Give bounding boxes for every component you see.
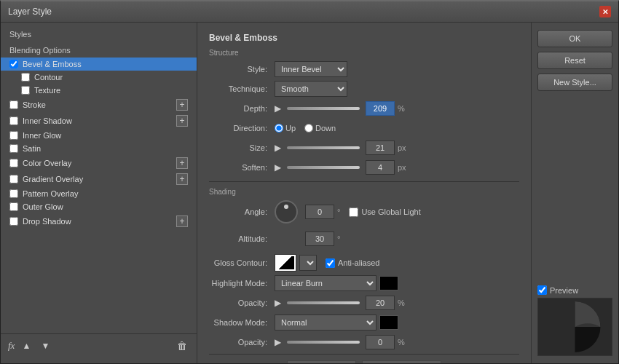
depth-unit: % [398,104,405,113]
altitude-input[interactable] [305,232,334,246]
gloss-contour-row: Gloss Contour: ▼ Anti-aliased [209,254,519,272]
texture-checkbox[interactable] [21,86,30,95]
anti-aliased-checkbox[interactable] [326,258,335,268]
delete-btn[interactable]: 🗑 [175,339,189,353]
angle-dial-dot [284,205,288,209]
highlight-opacity-slider[interactable] [287,301,360,304]
drop-shadow-checkbox[interactable] [9,217,18,226]
size-slider[interactable] [287,146,360,149]
direction-down-label[interactable]: Down [304,124,336,132]
ok-button[interactable]: OK [537,30,612,47]
color-overlay-label: Color Overlay [23,159,176,167]
highlight-opacity-input[interactable] [366,296,395,310]
gloss-contour-label: Gloss Contour: [209,258,267,267]
left-panel: Styles Blending Options Bevel & Emboss C… [1,23,197,363]
sidebar-item-drop-shadow[interactable]: Drop Shadow + [1,213,197,229]
direction-label: Direction: [209,124,267,132]
reset-button[interactable]: Reset [537,52,612,69]
size-row: Size: ▶ px [209,140,519,156]
style-dropdown[interactable]: Inner Bevel Outer Bevel Emboss [275,61,347,77]
size-label: Size: [209,143,267,152]
direction-up-label[interactable]: Up [275,124,296,132]
drop-shadow-label: Drop Shadow [23,217,176,226]
depth-slider-icon: ▶ [275,103,281,114]
angle-input[interactable] [305,205,334,219]
soften-label: Soften: [209,163,267,172]
altitude-unit: ° [337,234,340,243]
soften-input[interactable] [366,160,395,175]
shadow-mode-dropdown[interactable]: Normal Multiply Screen [275,314,376,331]
altitude-control: ° [275,227,519,250]
size-input[interactable] [366,141,395,155]
drop-shadow-add-btn[interactable]: + [176,215,188,227]
shadow-opacity-slider[interactable] [287,341,360,344]
sidebar-item-outer-glow[interactable]: Outer Glow [1,200,197,213]
technique-control: Smooth Chisel Hard Chisel Soft [275,81,519,97]
preview-label: Preview [537,285,612,295]
color-overlay-add-btn[interactable]: + [176,157,188,169]
sidebar-item-color-overlay[interactable]: Color Overlay + [1,155,197,171]
satin-checkbox[interactable] [9,144,18,153]
color-overlay-checkbox[interactable] [9,159,18,167]
title-bar: Layer Style ✕ [1,1,618,23]
blending-options-item[interactable]: Blending Options [1,43,197,58]
technique-dropdown[interactable]: Smooth Chisel Hard Chisel Soft [275,81,347,97]
highlight-opacity-slider-icon: ▶ [275,298,281,308]
size-slider-icon: ▶ [275,143,281,153]
sidebar-item-satin[interactable]: Satin [1,142,197,155]
sidebar-item-texture[interactable]: Texture [1,84,197,97]
gradient-overlay-add-btn[interactable]: + [176,173,188,185]
bevel-emboss-title: Bevel & Emboss [209,33,519,43]
sidebar-item-contour[interactable]: Contour [1,71,197,84]
depth-input[interactable] [366,101,395,116]
left-panel-toolbar: fx ▲ ▼ 🗑 [1,333,197,357]
stroke-add-btn[interactable]: + [176,99,188,111]
satin-label: Satin [23,144,188,153]
depth-slider[interactable] [287,107,360,110]
sidebar-item-stroke[interactable]: Stroke + [1,97,197,113]
pattern-overlay-checkbox[interactable] [9,189,18,198]
gradient-overlay-checkbox[interactable] [9,175,18,183]
highlight-color-swatch[interactable] [379,276,398,290]
angle-control: ° Use Global Light [275,200,519,223]
direction-control: Up Down [275,124,519,132]
inner-shadow-add-btn[interactable]: + [176,115,188,127]
preview-checkbox[interactable] [537,285,547,295]
highlight-mode-dropdown[interactable]: Linear Burn Normal Multiply [275,275,376,291]
angle-dial[interactable] [275,200,298,223]
reset-to-default-btn[interactable]: Reset to Default [362,360,441,363]
outer-glow-checkbox[interactable] [9,202,18,211]
gloss-contour-image [277,256,294,269]
shadow-opacity-input[interactable] [366,335,395,349]
soften-slider[interactable] [287,166,360,169]
move-down-btn[interactable]: ▼ [38,339,52,353]
sidebar-item-bevel-emboss[interactable]: Bevel & Emboss [1,58,197,71]
fx-label: fx [8,340,15,352]
contour-checkbox[interactable] [21,73,30,82]
sidebar-item-inner-glow[interactable]: Inner Glow [1,129,197,142]
shadow-color-swatch[interactable] [379,315,398,330]
direction-up-radio[interactable] [275,124,283,132]
inner-glow-checkbox[interactable] [9,131,18,140]
gloss-contour-control: ▼ Anti-aliased [275,254,519,272]
bevel-emboss-checkbox[interactable] [9,60,18,68]
content-area: Styles Blending Options Bevel & Emboss C… [1,23,618,363]
move-up-btn[interactable]: ▲ [19,339,33,353]
gloss-contour-dropdown[interactable]: ▼ [299,255,317,271]
sidebar-item-pattern-overlay[interactable]: Pattern Overlay [1,187,197,200]
sidebar-item-inner-shadow[interactable]: Inner Shadow + [1,113,197,129]
sidebar-item-gradient-overlay[interactable]: Gradient Overlay + [1,171,197,187]
use-global-light-checkbox[interactable] [349,207,358,217]
close-button[interactable]: ✕ [599,6,611,17]
anti-aliased-label[interactable]: Anti-aliased [326,258,379,268]
use-global-light-label[interactable]: Use Global Light [349,207,420,217]
new-style-button[interactable]: New Style... [537,74,612,91]
inner-shadow-checkbox[interactable] [9,116,18,125]
gloss-contour-preview-box[interactable] [275,254,296,272]
stroke-checkbox[interactable] [9,100,18,109]
make-default-btn[interactable]: Make Default [287,360,356,363]
direction-down-radio[interactable] [304,124,313,132]
soften-slider-icon: ▶ [275,162,281,173]
soften-control: ▶ px [275,160,519,175]
highlight-opacity-row: Opacity: ▶ % [209,295,519,311]
